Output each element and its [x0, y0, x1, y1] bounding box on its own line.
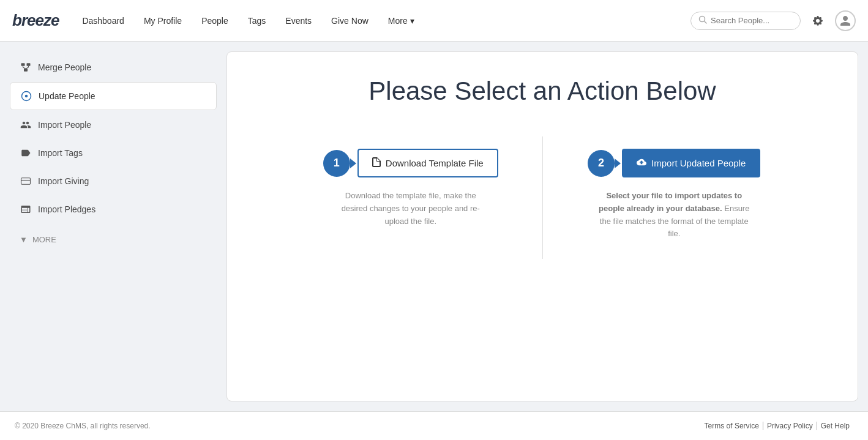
- search-icon: [698, 15, 707, 26]
- sidebar-item-update-people[interactable]: Update People: [10, 82, 217, 110]
- chevron-down-icon: ▼: [20, 235, 28, 244]
- file-icon: [372, 157, 381, 169]
- nav-dashboard[interactable]: Dashboard: [73, 11, 133, 31]
- svg-line-1: [705, 21, 707, 23]
- footer-help-link[interactable]: Get Help: [817, 422, 853, 430]
- main-layout: Merge People Update People Import People…: [0, 42, 868, 411]
- sidebar: Merge People Update People Import People…: [0, 42, 226, 411]
- footer-terms-link[interactable]: Terms of Service: [701, 422, 763, 430]
- import-updated-people-button[interactable]: Import Updated People: [622, 149, 760, 177]
- import-giving-icon: [20, 175, 32, 187]
- sidebar-item-import-pledges-label: Import Pledges: [38, 204, 95, 214]
- svg-line-8: [26, 67, 29, 69]
- sidebar-item-merge-people[interactable]: Merge People: [10, 54, 217, 81]
- merge-people-icon: [20, 61, 32, 73]
- action-card-1: 1 Download Template File Download the te…: [279, 136, 543, 259]
- sidebar-item-import-people-label: Import People: [38, 120, 91, 130]
- step-badge-2: 2: [588, 150, 615, 177]
- actions-row: 1 Download Template File Download the te…: [279, 136, 806, 259]
- nav-tags[interactable]: Tags: [239, 11, 275, 31]
- update-people-icon: [20, 90, 32, 102]
- sidebar-item-import-giving[interactable]: Import Giving: [10, 168, 217, 195]
- nav-people[interactable]: People: [193, 11, 237, 31]
- action-card-2: 2 Import Updated People Select your file…: [543, 136, 806, 259]
- footer-links: Terms of Service Privacy Policy Get Help: [701, 422, 853, 430]
- footer-copyright: © 2020 Breeze ChMS, all rights reserved.: [15, 422, 151, 430]
- svg-rect-11: [21, 178, 31, 185]
- sidebar-item-import-people[interactable]: Import People: [10, 111, 217, 138]
- sidebar-item-import-pledges[interactable]: Import Pledges: [10, 196, 217, 223]
- nav-give-now[interactable]: Give Now: [323, 11, 377, 31]
- svg-line-7: [23, 67, 26, 69]
- sidebar-more-button[interactable]: ▼ MORE: [10, 228, 217, 252]
- user-avatar[interactable]: [835, 10, 856, 31]
- content-area: Please Select an Action Below 1 Download…: [226, 51, 858, 401]
- svg-rect-4: [24, 69, 28, 72]
- search-box[interactable]: [690, 12, 801, 30]
- settings-button[interactable]: [808, 11, 828, 31]
- import-updated-people-label: Import Updated People: [651, 158, 746, 168]
- nav-right: [690, 10, 856, 31]
- sidebar-item-update-people-label: Update People: [39, 91, 95, 101]
- step-badge-1: 1: [323, 150, 350, 177]
- nav-links: Dashboard My Profile People Tags Events …: [73, 11, 690, 31]
- action-1-description: Download the template file, make the des…: [331, 190, 490, 228]
- download-template-label: Download Template File: [386, 158, 484, 168]
- download-template-button[interactable]: Download Template File: [357, 149, 498, 177]
- sidebar-item-import-tags[interactable]: Import Tags: [10, 140, 217, 166]
- sidebar-item-merge-people-label: Merge People: [38, 62, 91, 72]
- action-card-1-inner: 1 Download Template File: [323, 149, 498, 177]
- import-tags-icon: [20, 147, 32, 159]
- page-heading: Please Select an Action Below: [369, 76, 716, 106]
- nav-events[interactable]: Events: [277, 11, 320, 31]
- sidebar-item-import-giving-label: Import Giving: [38, 176, 89, 186]
- footer-privacy-link[interactable]: Privacy Policy: [763, 422, 817, 430]
- sidebar-item-import-tags-label: Import Tags: [38, 148, 83, 158]
- sidebar-more-label: MORE: [32, 235, 56, 244]
- svg-point-10: [25, 95, 28, 98]
- action-2-description: Select your file to import updates to pe…: [594, 190, 754, 241]
- svg-rect-2: [21, 63, 25, 66]
- footer: © 2020 Breeze ChMS, all rights reserved.…: [0, 411, 868, 440]
- navbar: breeze Dashboard My Profile People Tags …: [0, 0, 868, 42]
- brand-logo[interactable]: breeze: [12, 11, 59, 30]
- action-card-2-inner: 2 Import Updated People: [588, 149, 760, 177]
- search-input[interactable]: [711, 16, 793, 25]
- action-2-description-bold: Select your file to import updates to pe…: [599, 191, 742, 213]
- import-people-icon: [20, 119, 32, 131]
- nav-my-profile[interactable]: My Profile: [135, 11, 190, 31]
- upload-icon: [637, 157, 646, 169]
- svg-rect-3: [27, 63, 31, 66]
- nav-more[interactable]: More ▾: [380, 11, 423, 31]
- import-pledges-icon: [20, 203, 32, 215]
